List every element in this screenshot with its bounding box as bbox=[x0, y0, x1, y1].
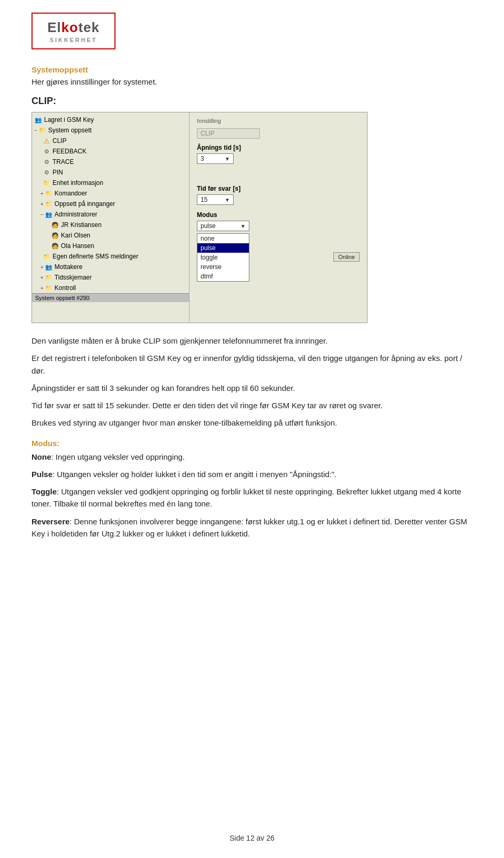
folder-icon: 📁 bbox=[45, 200, 53, 208]
tree-item-tidsskjemaer[interactable]: + 📁 Tidsskjemaer bbox=[32, 272, 189, 283]
modus-reversere-text: : Denne funksjonen involverer begge inng… bbox=[32, 517, 467, 538]
folder-icon: 📁 bbox=[43, 179, 51, 187]
expand-icon: + bbox=[40, 201, 44, 207]
modus-dropdown-list: none pulse toggle reverse dtmf bbox=[197, 233, 249, 282]
apnings-tid-value: 3 bbox=[201, 155, 204, 162]
tree-item-lagret[interactable]: 👥 Lagret i GSM Key bbox=[32, 115, 189, 125]
tree-item-jr[interactable]: 🧑 JR Kristiansen bbox=[32, 220, 189, 230]
para5: Brukes ved styring av utganger hvor man … bbox=[32, 417, 472, 429]
apnings-tid-row: 3 ▼ bbox=[197, 153, 360, 164]
modus-dropdown[interactable]: pulse ▼ bbox=[197, 221, 249, 231]
modus-none-text: : Ingen utgang veksler ved oppringing. bbox=[51, 452, 185, 461]
modus-option-dtmf[interactable]: dtmf bbox=[197, 272, 249, 281]
tree-item-komandoer[interactable]: + 📁 Komandoer bbox=[32, 188, 189, 199]
modus-pulse-bold: Pulse bbox=[32, 470, 52, 479]
tree-item-feedback[interactable]: ⚙ FEEDBACK bbox=[32, 146, 189, 157]
tree-panel: 👥 Lagret i GSM Key − 📁 System oppsett ⚠ … bbox=[32, 112, 190, 323]
warn-icon: ⚠ bbox=[43, 137, 51, 145]
para4: Tid før svar er satt til 15 sekunder. De… bbox=[32, 399, 472, 411]
folder-icon: 📁 bbox=[43, 252, 51, 261]
tree-label: JR Kristiansen bbox=[61, 221, 101, 229]
tree-item-ola[interactable]: 🧑 Ola Hansen bbox=[32, 241, 189, 251]
tree-item-sms[interactable]: 📁 Egen definerte SMS meldinger bbox=[32, 251, 189, 262]
tree-label: Tidsskjemaer bbox=[55, 274, 92, 281]
clip-label: CLIP: bbox=[32, 96, 472, 107]
tree-status-bar: System oppsett #290 bbox=[32, 293, 189, 302]
logo-sub: SIKKERHET bbox=[50, 37, 98, 43]
tree-item-oppsett[interactable]: + 📁 Oppsett på innganger bbox=[32, 199, 189, 209]
tid-for-svar-value: 15 bbox=[201, 196, 207, 203]
tid-for-svar-dropdown[interactable]: 15 ▼ bbox=[197, 194, 234, 205]
tree-item-kontroll[interactable]: + 📁 Kontroll bbox=[32, 283, 189, 293]
innstilling-title: Innstilling bbox=[197, 118, 360, 124]
modus-toggle-text: : Utgangen veksler ved godkjent oppringi… bbox=[32, 487, 461, 508]
tree-label: CLIP bbox=[52, 137, 67, 144]
expand-icon: + bbox=[40, 275, 44, 281]
gear-icon: ⚙ bbox=[43, 158, 51, 166]
tree-label: PIN bbox=[52, 169, 63, 176]
modus-option-pulse[interactable]: pulse bbox=[197, 243, 249, 253]
chevron-down-icon: ▼ bbox=[225, 156, 230, 162]
tree-item-enhet[interactable]: 📁 Enhet informasjon bbox=[32, 178, 189, 188]
tree-label: Kontroll bbox=[55, 284, 76, 292]
modus-none: None: Ingen utgang veksler ved oppringin… bbox=[32, 451, 472, 463]
tree-label: Enhet informasjon bbox=[52, 179, 103, 187]
logo-area: Elkotek SIKKERHET bbox=[32, 13, 472, 49]
tree-label: Egen definerte SMS meldinger bbox=[52, 253, 138, 260]
modus-option-reverse[interactable]: reverse bbox=[197, 262, 249, 272]
section-heading: Systemoppsett bbox=[32, 65, 472, 74]
tree-label: Lagret i GSM Key bbox=[44, 116, 94, 123]
modus-reversere: Reversere: Denne funksjonen involverer b… bbox=[32, 515, 472, 540]
tree-item-clip[interactable]: ⚠ CLIP bbox=[32, 136, 189, 146]
modus-pulse: Pulse: Utgangen veksler og holder lukket… bbox=[32, 468, 472, 480]
online-badge: Online bbox=[333, 252, 360, 262]
gear-icon: ⚙ bbox=[43, 168, 51, 177]
person-group-icon: 👥 bbox=[45, 263, 53, 271]
tree-label: Mottakere bbox=[55, 263, 82, 271]
tree-label: Kari Olsen bbox=[61, 232, 90, 239]
apnings-tid-dropdown[interactable]: 3 ▼ bbox=[197, 153, 234, 164]
tree-item-trace[interactable]: ⚙ TRACE bbox=[32, 157, 189, 167]
intro-text: Her gjøres innstillinger for systemet. bbox=[32, 77, 472, 86]
modus-pulse-text: : Utgangen veksler og holder lukket i de… bbox=[52, 470, 337, 479]
screenshot-area: 👥 Lagret i GSM Key − 📁 System oppsett ⚠ … bbox=[32, 112, 368, 323]
para2: Er det registrert i telefonboken til GSM… bbox=[32, 352, 472, 377]
chevron-down-icon: ▼ bbox=[240, 223, 246, 229]
tree-item-mottakere[interactable]: + 👥 Mottakere bbox=[32, 262, 189, 272]
chevron-down-icon: ▼ bbox=[225, 197, 230, 203]
modus-option-toggle[interactable]: toggle bbox=[197, 253, 249, 262]
page-container: Elkotek SIKKERHET Systemoppsett Her gjør… bbox=[0, 0, 504, 858]
apnings-tid-label: Åpnings tid [s] bbox=[197, 144, 360, 151]
modus-body: None: Ingen utgang veksler ved oppringin… bbox=[32, 451, 472, 540]
tree-label: Oppsett på innganger bbox=[55, 200, 115, 208]
tree-item-kari[interactable]: 🧑 Kari Olsen bbox=[32, 230, 189, 241]
modus-reversere-bold: Reversere bbox=[32, 517, 70, 526]
modus-selected: pulse bbox=[201, 222, 216, 230]
body-text: Den vanligste måten er å bruke CLIP som … bbox=[32, 335, 472, 429]
modus-toggle: Toggle: Utgangen veksler ved godkjent op… bbox=[32, 485, 472, 510]
page-footer: Side 12 av 26 bbox=[0, 834, 504, 842]
settings-panel: Innstilling CLIP Åpnings tid [s] 3 ▼ Tid… bbox=[190, 112, 367, 323]
person-icon: 🧑 bbox=[51, 242, 59, 250]
person-icon: 🧑 bbox=[51, 231, 59, 240]
person-icon: 🧑 bbox=[51, 221, 59, 229]
expand-icon: − bbox=[40, 212, 44, 218]
modus-heading: Modus: bbox=[32, 439, 472, 448]
modus-option-none[interactable]: none bbox=[197, 234, 249, 243]
gear-icon: ⚙ bbox=[43, 147, 51, 156]
person-group-icon: 👥 bbox=[45, 210, 53, 219]
tree-item-pin[interactable]: ⚙ PIN bbox=[32, 167, 189, 178]
tree-label: TRACE bbox=[52, 158, 74, 166]
logo-box: Elkotek SIKKERHET bbox=[32, 13, 116, 49]
tree-label: FEEDBACK bbox=[52, 148, 87, 155]
tree-item-admin[interactable]: − 👥 Administratorer bbox=[32, 209, 189, 220]
para1: Den vanligste måten er å bruke CLIP som … bbox=[32, 335, 472, 347]
tree-label: System oppsett bbox=[48, 127, 92, 134]
modus-label: Modus bbox=[197, 211, 360, 219]
para3: Åpningstider er satt til 3 sekunder og k… bbox=[32, 382, 472, 394]
tree-item-system[interactable]: − 📁 System oppsett bbox=[32, 125, 189, 136]
expand-icon: − bbox=[34, 128, 37, 133]
tid-for-svar-label: Tid før svar [s] bbox=[197, 185, 360, 192]
folder-icon: 📁 bbox=[45, 284, 53, 292]
tree-label: Administratorer bbox=[55, 211, 97, 218]
